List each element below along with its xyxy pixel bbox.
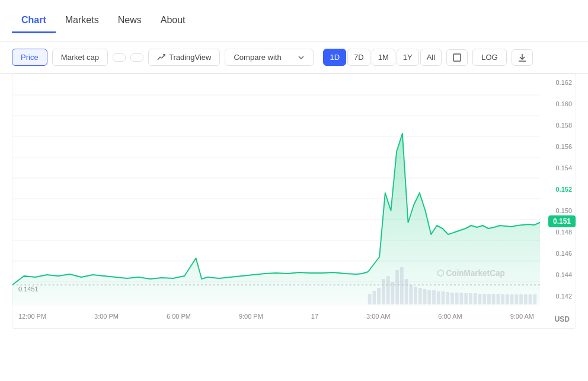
fullscreen-icon-button[interactable] (446, 49, 468, 66)
currency-label: USD (555, 315, 570, 323)
svg-rect-38 (446, 292, 449, 304)
svg-rect-35 (432, 290, 436, 304)
y-label-4: 0.156 (544, 143, 572, 150)
svg-rect-57 (533, 294, 536, 304)
time-1d[interactable]: 1D (323, 49, 346, 66)
svg-rect-49 (496, 294, 500, 304)
y-label-6: 0.152 (544, 186, 572, 193)
time-1m[interactable]: 1M (372, 49, 395, 66)
svg-rect-53 (514, 294, 518, 304)
tab-news[interactable]: News (108, 9, 151, 33)
svg-rect-21 (368, 294, 372, 304)
time-1y[interactable]: 1Y (397, 49, 419, 66)
y-label-1: 0.162 (544, 79, 572, 86)
svg-rect-41 (460, 293, 464, 304)
svg-rect-23 (377, 288, 381, 304)
tab-markets[interactable]: Markets (56, 9, 108, 33)
svg-rect-24 (382, 279, 385, 304)
svg-rect-22 (373, 291, 376, 304)
svg-rect-36 (437, 291, 440, 304)
svg-rect-6 (453, 54, 461, 61)
svg-rect-37 (442, 291, 445, 304)
log-button[interactable]: LOG (472, 49, 506, 66)
current-price-badge: 0.151 (548, 215, 576, 227)
y-label-5: 0.154 (544, 164, 572, 172)
svg-rect-25 (386, 276, 390, 304)
compare-with-button[interactable]: Compare with (225, 49, 314, 66)
svg-rect-40 (455, 293, 459, 304)
tab-about[interactable]: About (151, 9, 195, 33)
y-axis: 0.162 0.160 0.158 0.156 0.154 0.152 0.15… (540, 74, 576, 304)
svg-rect-28 (400, 267, 404, 304)
x-label-5: 17 (311, 313, 318, 320)
svg-rect-51 (506, 294, 509, 304)
download-icon-button[interactable] (512, 49, 533, 66)
y-label-9: 0.146 (544, 250, 572, 257)
top-nav: Chart Markets News About (0, 0, 588, 42)
line-chart-icon-button[interactable] (113, 53, 126, 62)
chart-container: ⬡ CoinMarketCap 0.1451 0.162 0.160 0.158… (12, 74, 576, 329)
svg-rect-50 (501, 294, 504, 304)
svg-rect-44 (474, 293, 477, 304)
svg-rect-54 (519, 294, 523, 304)
y-label-7: 0.150 (544, 207, 572, 214)
y-label-8: 0.148 (544, 228, 572, 236)
svg-rect-33 (423, 289, 427, 304)
svg-rect-46 (482, 294, 486, 304)
y-label-10: 0.144 (544, 271, 572, 278)
candlestick-icon-button[interactable] (130, 53, 143, 62)
x-axis: 12:00 PM 3:00 PM 6:00 PM 9:00 PM 17 3:00… (12, 304, 540, 328)
time-7d[interactable]: 7D (347, 49, 370, 66)
time-period-group: 1D 7D 1M 1Y All (323, 49, 442, 66)
price-button[interactable]: Price (12, 49, 47, 66)
time-all[interactable]: All (420, 49, 442, 66)
min-price-label: 0.1451 (18, 285, 39, 293)
svg-rect-55 (524, 294, 528, 304)
svg-rect-26 (391, 282, 394, 304)
svg-rect-32 (418, 288, 422, 304)
y-label-11: 0.142 (544, 293, 572, 300)
x-label-1: 12:00 PM (18, 313, 46, 320)
svg-rect-47 (487, 294, 491, 304)
svg-rect-27 (395, 270, 399, 304)
toolbar: Price Market cap TradingView Compare wit… (0, 42, 588, 74)
tab-chart[interactable]: Chart (12, 9, 56, 33)
y-label-2: 0.160 (544, 100, 572, 107)
trading-view-button[interactable]: TradingView (148, 49, 220, 66)
svg-rect-29 (405, 279, 408, 304)
x-label-6: 3:00 AM (366, 313, 390, 320)
svg-rect-56 (529, 294, 532, 304)
x-label-4: 9:00 PM (239, 313, 263, 320)
svg-rect-45 (478, 294, 482, 304)
svg-text:⬡ CoinMarketCap: ⬡ CoinMarketCap (437, 269, 505, 278)
x-label-3: 6:00 PM (167, 313, 191, 320)
svg-rect-30 (409, 285, 413, 304)
price-chart-svg: ⬡ CoinMarketCap (12, 74, 540, 306)
market-cap-button[interactable]: Market cap (52, 49, 108, 66)
svg-rect-34 (427, 290, 431, 304)
svg-rect-43 (469, 293, 472, 304)
svg-rect-42 (464, 293, 468, 304)
svg-rect-31 (414, 287, 417, 304)
x-label-8: 9:00 AM (510, 313, 534, 320)
x-label-7: 6:00 AM (438, 313, 462, 320)
svg-rect-39 (450, 293, 454, 304)
y-label-3: 0.158 (544, 122, 572, 129)
svg-rect-52 (510, 294, 514, 304)
svg-rect-48 (492, 294, 496, 304)
x-label-2: 3:00 PM (94, 313, 119, 320)
